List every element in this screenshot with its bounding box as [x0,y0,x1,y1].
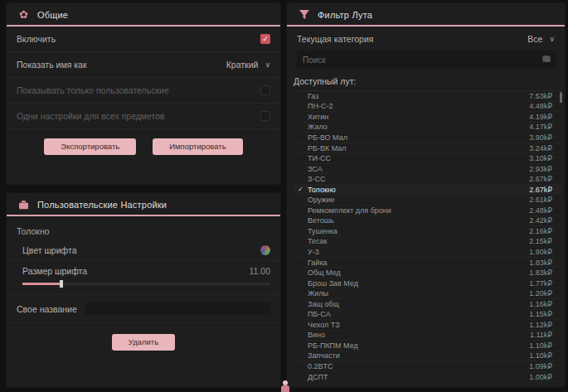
setting-row-display-name: Показать имя как Краткий ∨ [7,52,280,78]
loot-name: РБ-ПКПМ Мед [308,341,529,350]
loot-name: Толокно [308,186,529,194]
loot-name: Ремкомплект для брони [308,206,529,215]
loot-value: 1.10k₽ [529,351,552,360]
loot-row[interactable]: Брош Зав Мед 1.77k₽ [294,278,562,289]
display-name-select[interactable]: Краткий ∨ [226,60,270,70]
loot-value: 1.10k₽ [529,341,552,350]
loot-value: 4.17k₽ [529,123,552,131]
mascot-figure [280,380,290,392]
category-row: Текущая категория Все ∨ [287,27,565,50]
font-size-value: 11.00 [250,266,271,276]
setting-row-same-settings: Одни настройки для всех предметов [7,104,280,129]
loot-row[interactable]: Вино 1.11k₽ [294,331,562,341]
delete-button[interactable]: Удалить [112,334,175,351]
loot-name: РБ-ВК Мал [308,144,529,152]
loot-name: ДСПТ [308,373,529,381]
available-loot-label: Доступный лут: [287,70,565,90]
loot-name: Тушенка [308,227,529,235]
loot-value: 2.15k₽ [529,237,552,245]
loot-row[interactable]: ЗСА 2.93k₽ [294,164,562,175]
panel-general: ✿ Общие Включить ✓ Показать имя как Крат… [7,3,280,184]
loot-name: Чехол ТЗ [308,321,529,329]
search-input[interactable] [299,54,541,66]
loot-row[interactable]: ПН-С-2 4.48k₽ [294,102,562,113]
right-column: Фильтр Лута Текущая категория Все ∨ Дост… [287,3,565,387]
only-custom-checkbox[interactable] [260,85,270,95]
delete-row: Удалить [7,323,280,361]
loot-value: 2.48k₽ [529,206,552,215]
loot-row[interactable]: 0.2BTC 1.09k₽ [294,361,562,372]
custom-name-input[interactable] [85,302,270,315]
loot-value: 1.12k₽ [529,321,552,329]
loot-row[interactable]: РБ-ВК Мал 3.24k₽ [294,143,562,154]
loot-value: 2.42k₽ [529,216,552,225]
font-size-slider[interactable] [22,280,270,288]
loot-row[interactable]: Ремкомплект для брони 2.48k₽ [294,206,562,216]
font-size-row: Размер шрифта 11.00 [7,261,280,295]
app-window: ✿ Общие Включить ✓ Показать имя как Крат… [0,0,568,392]
loot-value: 4.48k₽ [529,102,552,110]
color-picker-icon[interactable] [260,245,270,255]
loot-row[interactable]: Чехол ТЗ 1.12k₽ [294,320,562,331]
enable-checkbox[interactable]: ✓ [260,34,270,44]
loot-row[interactable]: Защ общ 1.16k₽ [294,299,562,310]
loot-value: 3.10k₽ [529,154,552,162]
loot-row[interactable]: Запчасти 1.10k₽ [294,351,562,362]
loot-row[interactable]: ДСПТ 1.00k₽ [294,372,562,382]
loot-value: 1.77k₽ [529,279,552,288]
loot-name: ЗСА [308,165,529,173]
search-icon[interactable] [541,52,552,67]
loot-value: 1.20k₽ [529,289,552,298]
loot-row[interactable]: РБ-ВО Мал 3.90k₽ [294,133,562,143]
slider-fill [22,283,60,285]
backpack-icon [17,199,30,210]
loot-name: Жало [308,123,529,131]
scrollbar-thumb[interactable] [560,92,562,103]
panel-filter-title: Фильтр Лута [318,10,372,20]
loot-row[interactable]: Тушенка 2.16k₽ [294,226,562,237]
loot-list: Газ 7.53k₽ ПН-С-2 4.48k₽ Хитин 4.19k₽ Жа… [294,90,562,382]
loot-row[interactable]: Ветошь 2.42k₽ [294,216,562,227]
loot-row[interactable]: РБ-ПКПМ Мед 1.10k₽ [294,341,562,351]
loot-row[interactable]: Газ 7.53k₽ [294,91,562,102]
loot-name: Тесак [308,237,529,245]
loot-name: 0.2BTC [308,362,529,370]
enable-label: Включить [17,34,56,44]
loot-name: ПН-С-2 [308,102,529,110]
export-button[interactable]: Экспортировать [44,138,136,155]
search-bar [297,51,556,69]
loot-row[interactable]: Общ Мед 1.83k₽ [294,268,562,278]
only-custom-label: Показывать только пользовательские [17,85,169,95]
loot-row[interactable]: Жало 4.17k₽ [294,123,562,133]
loot-row[interactable]: ПБ-СА 1.15k₽ [294,309,562,320]
loot-row[interactable]: Тесак 2.15k₽ [294,237,562,248]
selected-item-name: Толокно [7,216,280,240]
general-buttons: Экспортировать Импортировать [7,129,280,163]
loot-row[interactable]: ТИ-СС 3.10k₽ [294,153,562,164]
loot-row[interactable]: Хитин 4.19k₽ [294,112,562,123]
loot-row[interactable]: У-3 1.90k₽ [294,247,562,258]
loot-row[interactable]: ✓ Толокно 2.67k₽ [294,185,562,196]
loot-name: Оружие [308,196,529,204]
loot-name: ПБ-СА [308,310,529,318]
loot-name: З-СС [308,175,529,183]
loot-value: 7.53k₽ [529,92,552,100]
loot-value: 1.15k₽ [529,310,552,318]
loot-row[interactable]: Оружие 2.61k₽ [294,195,562,206]
category-label: Текущая категория [297,34,374,44]
loot-row[interactable]: З-СС 2.67k₽ [294,174,562,185]
display-name-label: Показать имя как [17,60,87,70]
loot-row[interactable]: Жилы 1.20k₽ [294,288,562,299]
loot-name: Защ общ [308,300,529,308]
loot-row[interactable]: Гайка 1.83k₽ [294,258,562,269]
mascot-body [281,385,289,392]
loot-value: 3.90k₽ [529,133,552,142]
loot-name: У-3 [308,248,529,256]
slider-thumb[interactable] [60,280,63,288]
same-settings-checkbox[interactable] [260,111,270,121]
loot-value: 1.09k₽ [529,362,552,370]
import-button[interactable]: Импортировать [153,138,242,155]
category-select[interactable]: Все ∨ [527,34,555,44]
loot-value: 2.67k₽ [529,186,552,194]
loot-name: Газ [308,92,529,100]
